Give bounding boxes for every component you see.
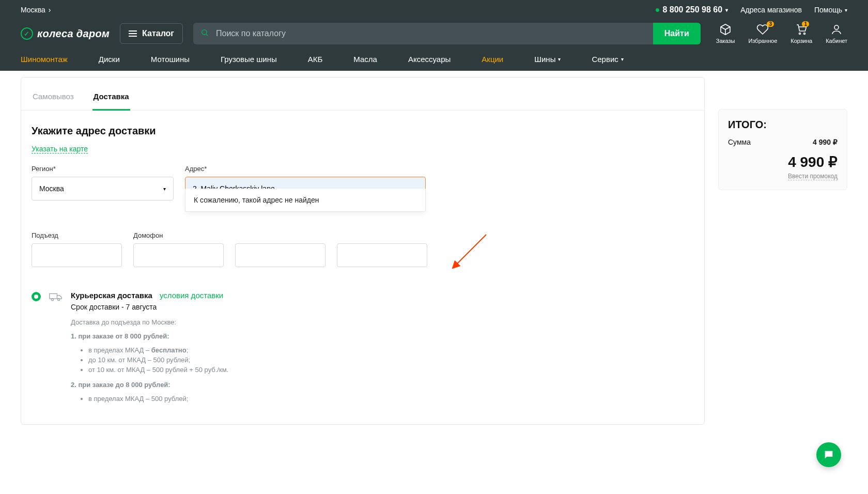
nav-akb[interactable]: АКБ [308, 55, 323, 64]
tab-pickup[interactable]: Самовывоз [32, 87, 75, 110]
delivery-date: Срок доставки - 7 августа [71, 303, 694, 311]
intercom-input[interactable] [133, 243, 224, 267]
catalog-button[interactable]: Каталог [120, 23, 183, 44]
delivery-terms-text: Доставка до подъезда по Москве: 1. при з… [71, 318, 694, 403]
svg-point-6 [51, 299, 53, 301]
profile-link[interactable]: Кабинет [826, 23, 847, 44]
summary-title: ИТОГО: [728, 119, 838, 131]
nav-tires[interactable]: Шины ▾ [534, 55, 561, 64]
nav-tiremount[interactable]: Шиномонтаж [21, 55, 68, 64]
truck-icon [49, 291, 63, 302]
delivery-terms-link[interactable]: условия доставки [160, 291, 223, 300]
summary-sum-value: 4 990 ₽ [813, 138, 838, 146]
region-select[interactable]: Москва ▾ [32, 177, 174, 200]
floor-input[interactable] [235, 243, 326, 267]
svg-point-3 [804, 33, 805, 35]
address-not-found-message: К сожалению, такой адрес не найден [194, 196, 319, 204]
chevron-down-icon: ▾ [725, 7, 728, 13]
phone-link[interactable]: 8 800 250 98 60 ▾ [656, 5, 728, 14]
delivery-radio[interactable] [32, 292, 41, 301]
chevron-down-icon: ▾ [163, 186, 166, 192]
search-button[interactable]: Найти [653, 23, 701, 44]
logo[interactable]: ✓ колеса даром [21, 27, 110, 40]
chevron-down-icon: ▾ [621, 56, 624, 62]
favorites-badge: 3 [767, 21, 774, 27]
cart-link[interactable]: 1 Корзина [791, 23, 812, 44]
region-label: Регион* [32, 165, 174, 173]
tab-delivery[interactable]: Доставка [92, 87, 130, 110]
chevron-right-icon: › [49, 6, 51, 14]
phone-number: 8 800 250 98 60 [662, 5, 722, 14]
help-link[interactable]: Помощь ▾ [814, 6, 847, 14]
order-summary: ИТОГО: Сумма 4 990 ₽ 4 990 ₽ Ввести пром… [718, 109, 847, 190]
nav-oils[interactable]: Масла [353, 55, 377, 64]
chevron-down-icon: ▾ [845, 7, 847, 13]
user-icon [830, 23, 843, 36]
logo-icon: ✓ [21, 27, 33, 40]
delivery-method-title: Курьерская доставка [71, 291, 152, 300]
favorites-link[interactable]: 3 Избранное [749, 23, 778, 44]
nav-actions[interactable]: Акции [482, 55, 503, 64]
city-name: Москва [21, 6, 45, 14]
burger-icon [129, 30, 137, 37]
chevron-down-icon: ▾ [558, 56, 561, 62]
nav-accessories[interactable]: Аксессуары [408, 55, 451, 64]
orders-link[interactable]: Заказы [716, 23, 735, 44]
promo-link[interactable]: Ввести промокод [788, 173, 838, 180]
nav-truck[interactable]: Грузовые шины [221, 55, 277, 64]
svg-point-7 [58, 299, 60, 301]
map-link[interactable]: Указать на карте [32, 145, 88, 153]
search-icon [200, 28, 209, 39]
address-dropdown: К сожалению, такой адрес не найден [185, 189, 426, 212]
nav-service[interactable]: Сервис ▾ [592, 55, 623, 64]
cart-badge: 1 [802, 21, 809, 27]
logo-text: колеса даром [37, 28, 110, 40]
entrance-input[interactable] [32, 243, 122, 267]
apartment-input[interactable] [337, 243, 427, 267]
summary-total: 4 990 ₽ [728, 153, 838, 171]
status-dot-icon [656, 8, 659, 12]
nav-moto[interactable]: Мотошины [151, 55, 190, 64]
intercom-label: Домофон [133, 231, 224, 239]
city-selector[interactable]: Москва › [21, 6, 51, 14]
stores-link[interactable]: Адреса магазинов [740, 6, 802, 14]
search-input[interactable] [193, 23, 653, 44]
box-icon [719, 23, 732, 36]
address-label: Адрес* [185, 165, 426, 173]
svg-rect-5 [50, 294, 57, 299]
section-heading: Укажите адрес доставки [32, 125, 694, 137]
svg-line-1 [206, 34, 208, 36]
svg-point-4 [834, 25, 839, 29]
summary-sum-label: Сумма [728, 138, 751, 146]
svg-point-2 [799, 33, 801, 35]
svg-point-0 [202, 30, 207, 35]
entrance-label: Подъезд [32, 231, 122, 239]
nav-wheels[interactable]: Диски [99, 55, 120, 64]
